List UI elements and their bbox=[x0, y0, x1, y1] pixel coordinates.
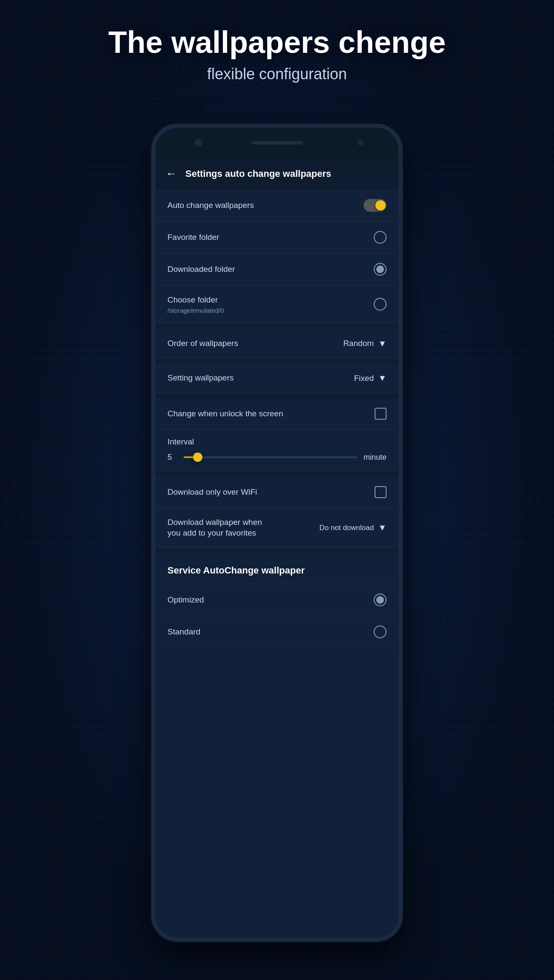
slider-row: 5 minute bbox=[167, 453, 387, 462]
choose-folder-label: Choose folder bbox=[167, 295, 224, 306]
download-favorites-value: Do not download bbox=[320, 524, 374, 532]
service-section-header: Service AutoChange wallpaper bbox=[156, 553, 398, 584]
optimized-radio[interactable] bbox=[374, 594, 387, 606]
slider-thumb[interactable] bbox=[193, 453, 202, 462]
optimized-row[interactable]: Optimized bbox=[156, 584, 398, 616]
front-camera-left bbox=[194, 138, 203, 147]
downloaded-folder-row[interactable]: Downloaded folder bbox=[156, 254, 398, 285]
change-unlock-label: Change when unlock the screen bbox=[167, 409, 283, 419]
change-unlock-row: Change when unlock the screen bbox=[156, 398, 398, 429]
section-gap-3 bbox=[156, 393, 398, 398]
toolbar-title: Settings auto change wallpapers bbox=[185, 168, 331, 179]
standard-radio[interactable] bbox=[374, 625, 387, 638]
slider-track[interactable] bbox=[184, 456, 357, 458]
optimized-radio-inner bbox=[376, 596, 384, 604]
setting-wallpapers-arrow: ▼ bbox=[378, 373, 387, 383]
download-favorites-row: Download wallpaper when you add to your … bbox=[156, 508, 398, 548]
toolbar: ← Settings auto change wallpapers bbox=[156, 158, 398, 190]
setting-wallpapers-row: Setting wallpapers Fixed ▼ bbox=[156, 363, 398, 393]
volume-up-button bbox=[151, 213, 152, 234]
interval-section: Interval 5 minute bbox=[156, 429, 398, 472]
screen: ← Settings auto change wallpapers Auto c… bbox=[156, 158, 398, 937]
download-favorites-label: Download wallpaper when you add to your … bbox=[167, 517, 270, 538]
downloaded-folder-label: Downloaded folder bbox=[167, 264, 235, 275]
download-wifi-checkbox[interactable] bbox=[375, 486, 387, 498]
settings-content[interactable]: Auto change wallpapers Favorite folder D… bbox=[156, 190, 398, 937]
optimized-label: Optimized bbox=[167, 595, 204, 605]
standard-label: Standard bbox=[167, 627, 200, 637]
section-gap-1 bbox=[156, 324, 398, 329]
phone-speaker bbox=[251, 141, 303, 144]
download-wifi-label: Download only over WiFi bbox=[167, 487, 257, 498]
favorite-folder-label: Favorite folder bbox=[167, 232, 219, 243]
interval-label: Interval bbox=[167, 437, 387, 447]
download-favorites-dropdown[interactable]: Do not download ▼ bbox=[320, 523, 387, 533]
download-favorites-arrow: ▼ bbox=[378, 523, 387, 533]
auto-change-label: Auto change wallpapers bbox=[167, 200, 254, 211]
header-subtitle: flexible configuration bbox=[0, 65, 554, 83]
change-unlock-checkbox[interactable] bbox=[375, 408, 387, 420]
header-section: The wallpapers chenge flexible configura… bbox=[0, 26, 554, 83]
volume-down-button bbox=[151, 240, 152, 262]
setting-wallpapers-dropdown[interactable]: Fixed ▼ bbox=[354, 373, 387, 383]
phone-top-bar bbox=[156, 128, 398, 158]
front-camera-right bbox=[357, 139, 364, 147]
order-wallpapers-row: Order of wallpapers Random ▼ bbox=[156, 329, 398, 359]
phone-frame: ← Settings auto change wallpapers Auto c… bbox=[151, 124, 403, 942]
choose-folder-row[interactable]: Choose folder /storage/emulated/0 bbox=[156, 285, 398, 324]
auto-change-row: Auto change wallpapers bbox=[156, 190, 398, 222]
setting-wallpapers-value: Fixed bbox=[354, 374, 374, 383]
phone-inner: ← Settings auto change wallpapers Auto c… bbox=[156, 128, 398, 937]
order-wallpapers-value: Random bbox=[343, 339, 374, 348]
section-gap-5 bbox=[156, 548, 398, 553]
download-wifi-row: Download only over WiFi bbox=[156, 477, 398, 508]
order-wallpapers-dropdown[interactable]: Random ▼ bbox=[343, 339, 387, 349]
slider-unit: minute bbox=[363, 453, 387, 462]
right-side-buttons bbox=[402, 234, 403, 264]
back-button[interactable]: ← bbox=[166, 167, 177, 180]
left-side-buttons bbox=[151, 213, 152, 262]
order-wallpapers-arrow: ▼ bbox=[378, 339, 387, 349]
downloaded-folder-radio[interactable] bbox=[374, 263, 387, 276]
power-button bbox=[402, 234, 403, 264]
section-gap-2 bbox=[156, 358, 398, 363]
favorite-folder-row[interactable]: Favorite folder bbox=[156, 222, 398, 254]
slider-current-value: 5 bbox=[167, 453, 178, 462]
section-gap-4 bbox=[156, 472, 398, 477]
standard-row[interactable]: Standard bbox=[156, 616, 398, 648]
auto-change-toggle[interactable] bbox=[364, 199, 387, 212]
choose-folder-radio[interactable] bbox=[374, 298, 387, 311]
setting-wallpapers-label: Setting wallpapers bbox=[167, 373, 234, 383]
favorite-folder-radio[interactable] bbox=[374, 231, 387, 244]
header-title: The wallpapers chenge bbox=[0, 26, 554, 59]
choose-folder-path: /storage/emulated/0 bbox=[167, 307, 224, 314]
toggle-knob bbox=[375, 200, 386, 210]
order-wallpapers-label: Order of wallpapers bbox=[167, 338, 238, 349]
radio-inner bbox=[376, 265, 384, 273]
